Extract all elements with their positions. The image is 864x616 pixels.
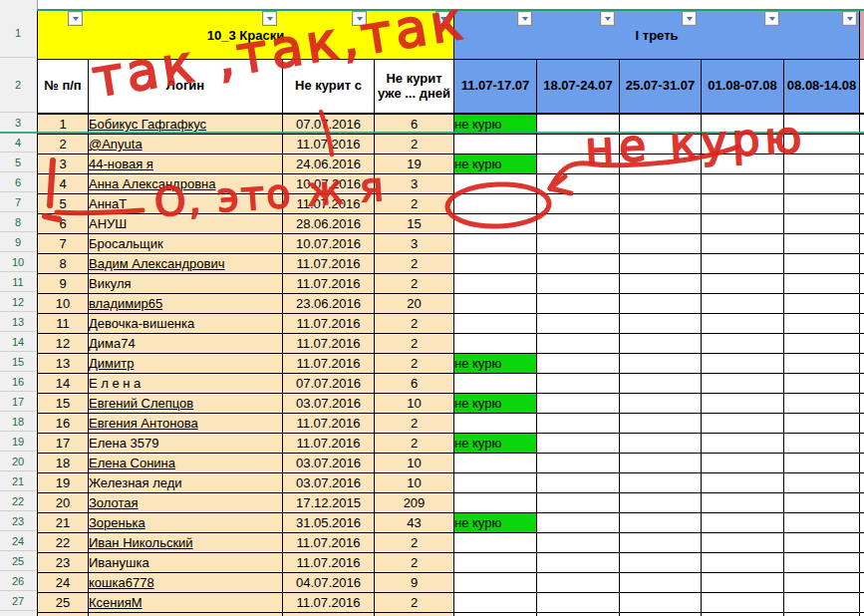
row-number[interactable]: 8 [0,212,36,232]
cell-week5-status[interactable] [784,135,860,154]
period-title-cell[interactable]: I треть [454,10,860,60]
cell-week2-status[interactable] [537,354,620,374]
cell-week3-status[interactable] [620,314,702,334]
cell-week3-status[interactable] [620,194,702,214]
cell-days-count[interactable]: 3 [375,234,454,254]
filter-dropdown-button[interactable] [517,11,532,26]
row-number[interactable]: 14 [0,332,36,352]
cell-week1-status[interactable] [454,334,537,354]
cell-days-count[interactable]: 2 [375,135,454,154]
cell-week5-status[interactable] [784,154,860,174]
cell-overflow-column[interactable] [860,154,864,174]
cell-week4-status[interactable] [702,294,784,314]
row-number[interactable]: 25 [0,551,36,571]
cell-week2-status[interactable] [537,234,620,254]
cell-num[interactable]: 14 [38,374,89,394]
row-number[interactable]: 18 [0,412,36,432]
row-number[interactable]: 11 [0,272,36,292]
cell-days-count[interactable]: 2 [375,553,454,573]
cell-week1-status[interactable] [454,553,537,573]
cell-num[interactable]: 24 [38,573,89,593]
cell-week1-status[interactable] [454,573,537,593]
row-number[interactable]: 27 [0,591,36,611]
header-week-2[interactable]: 18.07-24.07 [537,60,620,115]
cell-week4-status[interactable] [702,274,784,294]
filter-dropdown-button[interactable] [682,11,697,26]
cell-week3-status[interactable] [620,354,702,374]
cell-overflow-column[interactable] [860,314,864,334]
cell-quit-date[interactable]: 31.05.2016 [283,513,375,533]
row-number[interactable]: 21 [0,471,36,491]
row-number[interactable]: 6 [0,172,36,192]
cell-quit-date[interactable]: 11.07.2016 [283,553,375,573]
cell-quit-date[interactable]: 10.07.2016 [283,234,375,254]
cell-login[interactable]: Викуля [89,274,283,294]
cell-week5-status[interactable] [784,593,860,613]
cell-days-count[interactable]: 2 [375,334,454,354]
cell-week5-status[interactable] [784,254,860,274]
cell-days-count[interactable]: 2 [375,533,454,553]
cell-login[interactable]: КсенияМ [89,593,283,613]
cell-week2-status[interactable] [537,294,620,314]
cell-overflow-column[interactable] [860,493,864,513]
cell-week5-status[interactable] [784,434,860,454]
cell-login[interactable]: Е л е н а [89,374,283,394]
cell-login[interactable]: 44-новая я [89,154,283,174]
cell-num[interactable]: 12 [38,334,89,354]
cell-week4-status[interactable] [702,174,784,194]
cell-quit-date[interactable]: 11.07.2016 [283,254,375,274]
cell-overflow-column[interactable] [860,354,864,374]
cell-week4-status[interactable] [702,394,784,414]
cell-week4-status[interactable] [702,533,784,553]
cell-week5-status[interactable] [784,294,860,314]
cell-quit-date[interactable]: 11.07.2016 [283,434,375,454]
cell-quit-date[interactable]: 03.07.2016 [283,473,375,493]
cell-week4-status[interactable] [702,194,784,214]
cell-overflow-column[interactable] [860,553,864,573]
cell-week1-status[interactable] [454,254,537,274]
cell-num[interactable]: 2 [38,135,89,154]
cell-week2-status[interactable] [537,533,620,553]
cell-week3-status[interactable] [620,174,702,194]
cell-week2-status[interactable] [537,414,620,434]
cell-overflow-column[interactable] [860,254,864,274]
cell-overflow-column[interactable] [860,334,864,354]
cell-week5-status[interactable] [784,234,860,254]
cell-week4-status[interactable] [702,613,784,616]
cell-week1-status[interactable] [454,314,537,334]
cell-days-count[interactable]: 2 [375,414,454,434]
cell-login[interactable]: АНУШ [89,214,283,234]
cell-week4-status[interactable] [702,154,784,174]
header-week-5[interactable]: 08.08-14.08 [784,60,860,115]
cell-quit-date[interactable]: 23.06.2016 [283,294,375,314]
cell-overflow-column[interactable] [860,374,864,394]
cell-week1-status[interactable] [454,414,537,434]
cell-week1-status[interactable] [454,234,537,254]
cell-week5-status[interactable] [784,214,860,234]
cell-week1-status[interactable] [454,374,537,394]
cell-week5-status[interactable] [784,553,860,573]
cell-quit-date[interactable]: 04.07.2016 [283,573,375,593]
cell-overflow-column[interactable] [860,214,864,234]
cell-quit-date[interactable]: 11.07.2016 [283,274,375,294]
cell-week2-status[interactable] [537,593,620,613]
cell-week4-status[interactable] [702,374,784,394]
cell-week2-status[interactable] [537,174,620,194]
cell-days-count[interactable]: 2 [375,314,454,334]
cell-quit-date[interactable]: 07.07.2016 [283,374,375,394]
cell-num[interactable]: 19 [38,473,89,493]
header-login[interactable]: Логин [89,60,283,115]
cell-week1-status[interactable] [454,454,537,473]
cell-week2-status[interactable] [537,254,620,274]
cell-week1-status[interactable]: не курю [454,354,537,374]
cell-week2-status[interactable] [537,334,620,354]
filter-dropdown-button[interactable] [68,11,83,26]
header-week-3[interactable]: 25.07-31.07 [620,60,702,115]
cell-login[interactable]: владимир65 [89,294,283,314]
cell-week3-status[interactable] [620,593,702,613]
cell-login[interactable]: Иван Никольский [89,533,283,553]
row-number[interactable]: 19 [0,432,36,452]
cell-num[interactable] [38,613,89,616]
cell-num[interactable]: 3 [38,154,89,174]
row-number[interactable]: 5 [0,153,36,172]
